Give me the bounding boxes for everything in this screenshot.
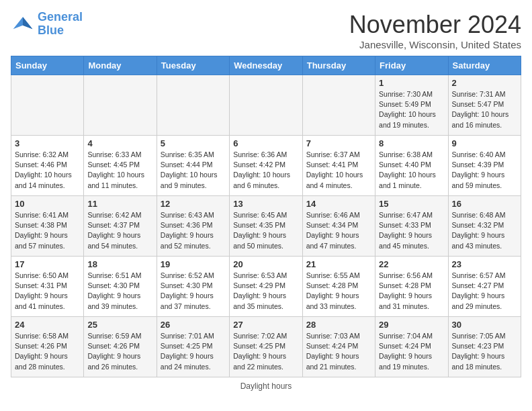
day-number: 8: [379, 138, 444, 148]
day-info: Sunrise: 6:52 AM Sunset: 4:30 PM Dayligh…: [161, 271, 226, 312]
calendar-table: SundayMondayTuesdayWednesdayThursdayFrid…: [11, 56, 521, 377]
title-block: November 2024 Janesville, Wisconsin, Uni…: [349, 11, 521, 50]
day-info: Sunrise: 6:41 AM Sunset: 4:38 PM Dayligh…: [15, 210, 80, 251]
calendar-cell: 22Sunrise: 6:56 AM Sunset: 4:28 PM Dayli…: [375, 257, 448, 317]
day-info: Sunrise: 6:32 AM Sunset: 4:46 PM Dayligh…: [15, 150, 80, 191]
day-number: 12: [161, 199, 226, 209]
day-info: Sunrise: 7:02 AM Sunset: 4:25 PM Dayligh…: [233, 331, 298, 372]
calendar-cell: 5Sunrise: 6:35 AM Sunset: 4:44 PM Daylig…: [157, 136, 229, 196]
calendar-week-2: 3Sunrise: 6:32 AM Sunset: 4:46 PM Daylig…: [11, 136, 521, 196]
day-info: Sunrise: 6:59 AM Sunset: 4:26 PM Dayligh…: [87, 331, 152, 372]
calendar-cell: 10Sunrise: 6:41 AM Sunset: 4:38 PM Dayli…: [11, 196, 84, 257]
day-number: 22: [379, 259, 444, 269]
day-info: Sunrise: 6:38 AM Sunset: 4:40 PM Dayligh…: [379, 150, 444, 191]
day-number: 13: [233, 199, 298, 209]
day-info: Sunrise: 6:51 AM Sunset: 4:30 PM Dayligh…: [87, 271, 152, 312]
calendar-weekday-tuesday: Tuesday: [157, 56, 229, 75]
calendar-cell: 12Sunrise: 6:43 AM Sunset: 4:36 PM Dayli…: [157, 196, 229, 257]
calendar-cell: [302, 75, 375, 136]
day-number: 1: [379, 78, 444, 88]
day-number: 17: [15, 259, 80, 269]
calendar-cell: 11Sunrise: 6:42 AM Sunset: 4:37 PM Dayli…: [84, 196, 157, 257]
calendar-weekday-friday: Friday: [375, 56, 448, 75]
day-info: Sunrise: 6:35 AM Sunset: 4:44 PM Dayligh…: [161, 150, 226, 191]
calendar-cell: 24Sunrise: 6:58 AM Sunset: 4:26 PM Dayli…: [11, 317, 84, 377]
day-info: Sunrise: 6:36 AM Sunset: 4:42 PM Dayligh…: [233, 150, 298, 191]
calendar-cell: 18Sunrise: 6:51 AM Sunset: 4:30 PM Dayli…: [84, 257, 157, 317]
calendar-week-1: 1Sunrise: 7:30 AM Sunset: 5:49 PM Daylig…: [11, 75, 521, 136]
calendar-cell: 21Sunrise: 6:55 AM Sunset: 4:28 PM Dayli…: [302, 257, 375, 317]
calendar-cell: 27Sunrise: 7:02 AM Sunset: 4:25 PM Dayli…: [230, 317, 302, 377]
calendar-cell: 26Sunrise: 7:01 AM Sunset: 4:25 PM Dayli…: [157, 317, 229, 377]
calendar-cell: 25Sunrise: 6:59 AM Sunset: 4:26 PM Dayli…: [84, 317, 157, 377]
calendar-cell: 13Sunrise: 6:45 AM Sunset: 4:35 PM Dayli…: [230, 196, 302, 257]
day-number: 14: [306, 199, 371, 209]
calendar-cell: 19Sunrise: 6:52 AM Sunset: 4:30 PM Dayli…: [157, 257, 229, 317]
day-info: Sunrise: 6:47 AM Sunset: 4:33 PM Dayligh…: [379, 210, 444, 251]
location: Janesville, Wisconsin, United States: [349, 39, 521, 50]
day-number: 10: [15, 199, 80, 209]
page-header: General Blue November 2024 Janesville, W…: [11, 11, 521, 50]
calendar-week-3: 10Sunrise: 6:41 AM Sunset: 4:38 PM Dayli…: [11, 196, 521, 257]
day-info: Sunrise: 7:30 AM Sunset: 5:49 PM Dayligh…: [379, 89, 444, 130]
day-number: 4: [87, 138, 152, 148]
day-number: 28: [306, 320, 371, 330]
day-info: Sunrise: 6:55 AM Sunset: 4:28 PM Dayligh…: [306, 271, 371, 312]
day-number: 2: [452, 78, 517, 88]
calendar-cell: [230, 75, 302, 136]
day-info: Sunrise: 6:43 AM Sunset: 4:36 PM Dayligh…: [161, 210, 226, 251]
day-number: 11: [87, 199, 152, 209]
day-number: 19: [161, 259, 226, 269]
calendar-cell: 28Sunrise: 7:03 AM Sunset: 4:24 PM Dayli…: [302, 317, 375, 377]
daylight-footer: Daylight hours: [11, 381, 521, 391]
day-info: Sunrise: 7:31 AM Sunset: 5:47 PM Dayligh…: [452, 89, 517, 130]
calendar-cell: 23Sunrise: 6:57 AM Sunset: 4:27 PM Dayli…: [448, 257, 521, 317]
calendar-body: 1Sunrise: 7:30 AM Sunset: 5:49 PM Daylig…: [11, 75, 521, 377]
calendar-week-5: 24Sunrise: 6:58 AM Sunset: 4:26 PM Dayli…: [11, 317, 521, 377]
calendar-cell: [84, 75, 157, 136]
day-info: Sunrise: 6:48 AM Sunset: 4:32 PM Dayligh…: [452, 210, 517, 251]
day-number: 26: [161, 320, 226, 330]
day-number: 5: [161, 138, 226, 148]
day-info: Sunrise: 6:53 AM Sunset: 4:29 PM Dayligh…: [233, 271, 298, 312]
day-number: 3: [15, 138, 80, 148]
logo: General Blue: [11, 11, 83, 38]
logo-text: General Blue: [38, 11, 83, 38]
calendar-cell: 7Sunrise: 6:37 AM Sunset: 4:41 PM Daylig…: [302, 136, 375, 196]
calendar-cell: 1Sunrise: 7:30 AM Sunset: 5:49 PM Daylig…: [375, 75, 448, 136]
day-info: Sunrise: 6:45 AM Sunset: 4:35 PM Dayligh…: [233, 210, 298, 251]
calendar-cell: 29Sunrise: 7:04 AM Sunset: 4:24 PM Dayli…: [375, 317, 448, 377]
day-info: Sunrise: 6:40 AM Sunset: 4:39 PM Dayligh…: [452, 150, 517, 191]
calendar-cell: 4Sunrise: 6:33 AM Sunset: 4:45 PM Daylig…: [84, 136, 157, 196]
calendar-cell: 8Sunrise: 6:38 AM Sunset: 4:40 PM Daylig…: [375, 136, 448, 196]
day-number: 6: [233, 138, 298, 148]
day-number: 7: [306, 138, 371, 148]
calendar-cell: 20Sunrise: 6:53 AM Sunset: 4:29 PM Dayli…: [230, 257, 302, 317]
day-info: Sunrise: 6:46 AM Sunset: 4:34 PM Dayligh…: [306, 210, 371, 251]
calendar-cell: 3Sunrise: 6:32 AM Sunset: 4:46 PM Daylig…: [11, 136, 84, 196]
day-info: Sunrise: 7:05 AM Sunset: 4:23 PM Dayligh…: [452, 331, 517, 372]
day-number: 21: [306, 259, 371, 269]
day-info: Sunrise: 6:56 AM Sunset: 4:28 PM Dayligh…: [379, 271, 444, 312]
logo-icon: [11, 12, 35, 36]
calendar-cell: 9Sunrise: 6:40 AM Sunset: 4:39 PM Daylig…: [448, 136, 521, 196]
day-info: Sunrise: 7:04 AM Sunset: 4:24 PM Dayligh…: [379, 331, 444, 372]
calendar-week-4: 17Sunrise: 6:50 AM Sunset: 4:31 PM Dayli…: [11, 257, 521, 317]
calendar-cell: 14Sunrise: 6:46 AM Sunset: 4:34 PM Dayli…: [302, 196, 375, 257]
calendar-cell: 16Sunrise: 6:48 AM Sunset: 4:32 PM Dayli…: [448, 196, 521, 257]
day-info: Sunrise: 6:42 AM Sunset: 4:37 PM Dayligh…: [87, 210, 152, 251]
day-info: Sunrise: 7:03 AM Sunset: 4:24 PM Dayligh…: [306, 331, 371, 372]
day-number: 20: [233, 259, 298, 269]
calendar-weekday-thursday: Thursday: [302, 56, 375, 75]
day-info: Sunrise: 6:58 AM Sunset: 4:26 PM Dayligh…: [15, 331, 80, 372]
calendar-cell: 30Sunrise: 7:05 AM Sunset: 4:23 PM Dayli…: [448, 317, 521, 377]
calendar-cell: 6Sunrise: 6:36 AM Sunset: 4:42 PM Daylig…: [230, 136, 302, 196]
day-number: 29: [379, 320, 444, 330]
day-number: 18: [87, 259, 152, 269]
day-number: 23: [452, 259, 517, 269]
calendar-cell: 2Sunrise: 7:31 AM Sunset: 5:47 PM Daylig…: [448, 75, 521, 136]
day-number: 25: [87, 320, 152, 330]
calendar-cell: 17Sunrise: 6:50 AM Sunset: 4:31 PM Dayli…: [11, 257, 84, 317]
calendar-weekday-saturday: Saturday: [448, 56, 521, 75]
calendar-weekday-sunday: Sunday: [11, 56, 84, 75]
